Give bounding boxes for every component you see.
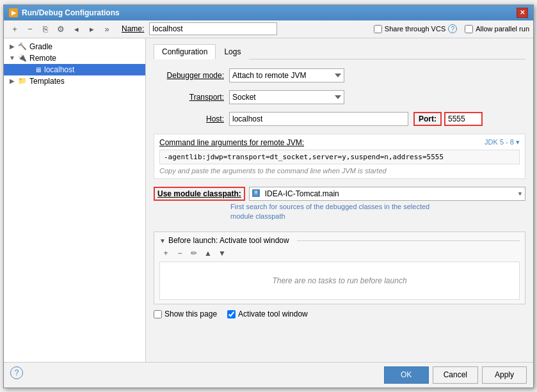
main-content: ▶ 🔨 Gradle ▼ 🔌 Remote 🖥 localhost ▶ 📁 Te… — [4, 38, 533, 362]
settings-button[interactable]: ⚙ — [54, 22, 68, 35]
jdk-label[interactable]: JDK 5 - 8 ▾ — [485, 138, 520, 146]
copy-config-button[interactable]: ⎘ — [38, 22, 52, 35]
localhost-expand-icon — [26, 67, 32, 73]
help-button[interactable]: ? — [10, 366, 23, 379]
remote-expand-icon: ▼ — [9, 55, 15, 61]
bl-up-button[interactable]: ▲ — [202, 247, 214, 259]
bl-edit-button[interactable]: ✏ — [188, 247, 200, 259]
module-label: Use module classpath: — [154, 187, 245, 201]
sidebar-item-gradle[interactable]: ▶ 🔨 Gradle — [4, 41, 145, 52]
bl-add-button[interactable]: + — [159, 247, 172, 259]
show-page-checkbox[interactable] — [154, 310, 162, 318]
title-bar-left: ▶ Run/Debug Configurations — [9, 8, 120, 17]
module-classpath-section: Use module classpath: M IDEA-IC-Tomcat.m… — [154, 187, 525, 222]
cancel-button[interactable]: Cancel — [433, 366, 478, 384]
gradle-expand-icon: ▶ — [9, 43, 15, 50]
localhost-icon: 🖥 — [35, 66, 42, 74]
host-input[interactable] — [229, 112, 408, 126]
module-row: Use module classpath: M IDEA-IC-Tomcat.m… — [154, 187, 525, 201]
port-input[interactable] — [444, 112, 483, 126]
dialog-footer: ? OK Cancel Apply — [4, 362, 533, 388]
title-bar: ▶ Run/Debug Configurations ✕ — [4, 5, 533, 20]
gradle-icon: 🔨 — [18, 42, 27, 51]
cmd-text: -agentlib:jdwp=transport=dt_socket,serve… — [159, 150, 520, 164]
debugger-mode-row: Debugger mode: Attach to remote JVM List… — [154, 68, 525, 82]
parallel-run-checkbox[interactable] — [465, 25, 473, 33]
show-page-item[interactable]: Show this page — [154, 310, 217, 318]
sidebar-item-gradle-label: Gradle — [29, 42, 52, 51]
sidebar-item-remote-label: Remote — [29, 54, 56, 63]
right-panel: Configuration Logs Debugger mode: Attach… — [146, 38, 533, 362]
run-debug-dialog: ▶ Run/Debug Configurations ✕ + − ⎘ ⚙ ◂ ▸… — [3, 4, 534, 388]
name-field: Name: — [122, 22, 277, 35]
close-button[interactable]: ✕ — [517, 8, 528, 18]
host-port-row: Host: Port: — [154, 112, 525, 126]
port-label: Port: — [413, 112, 442, 126]
before-launch-collapse-icon[interactable]: ▼ — [159, 237, 166, 244]
parallel-run-item: Allow parallel run — [465, 25, 529, 33]
bl-remove-button[interactable]: − — [173, 247, 186, 259]
module-hint: First search for sources of the debugged… — [230, 202, 525, 222]
add-config-button[interactable]: + — [8, 22, 22, 35]
module-select-wrapper: M IDEA-IC-Tomcat.main ▼ — [249, 187, 525, 201]
share-vcs-checkbox[interactable] — [374, 25, 382, 33]
before-launch-empty: There are no tasks to run before launch — [159, 262, 520, 300]
cmd-section: Command line arguments for remote JVM: J… — [154, 134, 525, 179]
bottom-options: Show this page Activate tool window — [154, 310, 525, 318]
port-group: Port: — [413, 112, 483, 126]
dialog-title: Run/Debug Configurations — [22, 8, 120, 17]
module-select[interactable]: IDEA-IC-Tomcat.main — [249, 187, 525, 201]
toolbar: + − ⎘ ⚙ ◂ ▸ » Name: Share through VCS ? … — [4, 20, 533, 38]
activate-tool-label: Activate tool window — [238, 310, 308, 318]
debugger-mode-label: Debugger mode: — [154, 71, 224, 80]
ok-button[interactable]: OK — [384, 366, 429, 384]
remote-icon: 🔌 — [18, 54, 27, 62]
cmd-label: Command line arguments for remote JVM: — [159, 138, 304, 147]
bl-down-button[interactable]: ▼ — [216, 247, 228, 259]
cmd-hint: Copy and paste the arguments to the comm… — [159, 167, 520, 175]
module-icon: M — [252, 189, 260, 198]
before-launch-title: Before launch: Activate tool window — [168, 236, 289, 245]
cmd-header: Command line arguments for remote JVM: J… — [159, 138, 520, 147]
transport-row: Transport: Socket Shared memory — [154, 90, 525, 104]
name-input[interactable] — [149, 22, 277, 35]
sidebar-item-templates[interactable]: ▶ 📁 Templates — [4, 75, 145, 87]
before-launch-section: ▼ Before launch: Activate tool window + … — [154, 231, 525, 304]
debugger-mode-select[interactable]: Attach to remote JVM Listen to remote JV… — [229, 68, 344, 82]
svg-text:M: M — [254, 191, 257, 196]
share-group: Share through VCS ? Allow parallel run — [374, 24, 529, 33]
templates-icon: 📁 — [18, 77, 27, 85]
tab-logs[interactable]: Logs — [216, 44, 249, 59]
apply-button[interactable]: Apply — [482, 366, 527, 384]
share-vcs-item: Share through VCS ? — [374, 24, 457, 33]
before-launch-header: ▼ Before launch: Activate tool window — [159, 236, 520, 245]
activate-tool-checkbox[interactable] — [227, 310, 236, 318]
sidebar-item-localhost[interactable]: 🖥 localhost — [4, 64, 145, 75]
remove-config-button[interactable]: − — [23, 22, 37, 35]
tabs: Configuration Logs — [154, 43, 525, 59]
name-label: Name: — [122, 24, 144, 33]
dialog-icon: ▶ — [9, 8, 18, 17]
activate-tool-item[interactable]: Activate tool window — [227, 310, 308, 318]
arrow-right-button[interactable]: ▸ — [84, 22, 99, 35]
tab-configuration[interactable]: Configuration — [154, 44, 216, 59]
show-page-label: Show this page — [164, 310, 217, 318]
sidebar-item-remote[interactable]: ▼ 🔌 Remote — [4, 52, 145, 64]
before-launch-toolbar: + − ✏ ▲ ▼ — [159, 247, 520, 259]
share-vcs-label: Share through VCS — [385, 25, 445, 33]
arrow-left-button[interactable]: ◂ — [69, 22, 83, 35]
share-help-icon[interactable]: ? — [448, 24, 457, 33]
more-button[interactable]: » — [100, 22, 114, 35]
sidebar-item-localhost-label: localhost — [44, 65, 74, 74]
templates-expand-icon: ▶ — [9, 78, 15, 84]
parallel-run-label: Allow parallel run — [476, 25, 529, 33]
sidebar: ▶ 🔨 Gradle ▼ 🔌 Remote 🖥 localhost ▶ 📁 Te… — [4, 38, 146, 362]
sidebar-item-templates-label: Templates — [29, 77, 65, 86]
host-label: Host: — [154, 114, 224, 123]
transport-select[interactable]: Socket Shared memory — [229, 90, 344, 104]
transport-label: Transport: — [154, 93, 224, 102]
